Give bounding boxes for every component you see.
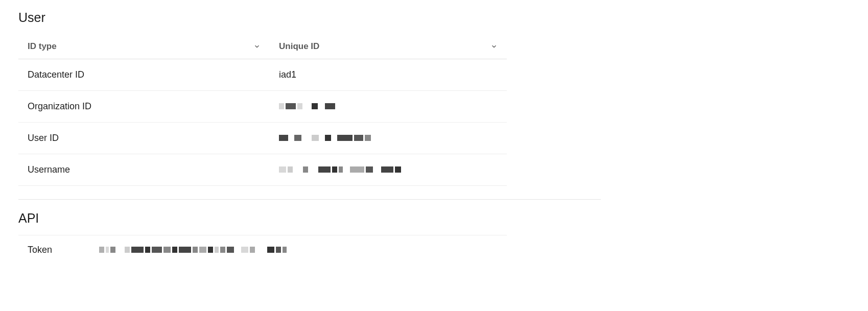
table-row: Datacenter ID iad1 <box>18 59 507 91</box>
api-row-label: Token <box>28 245 99 255</box>
header-unique-id[interactable]: Unique ID <box>270 34 507 59</box>
row-type: Username <box>18 154 270 186</box>
table-row: User ID <box>18 123 507 154</box>
user-table: ID type Unique ID Datacenter ID iad1 <box>18 34 507 186</box>
redacted-value <box>279 103 335 109</box>
header-id-type[interactable]: ID type <box>18 34 270 59</box>
row-value: iad1 <box>270 59 507 91</box>
header-id-type-label: ID type <box>28 41 57 51</box>
redacted-value <box>99 247 287 253</box>
api-section: API Token <box>18 211 601 265</box>
table-row: Username <box>18 154 507 186</box>
row-value-redacted <box>270 91 507 123</box>
row-value-redacted <box>270 154 507 186</box>
row-value-redacted <box>270 123 507 154</box>
row-type: User ID <box>18 123 270 154</box>
api-row-value-redacted <box>99 245 287 255</box>
redacted-value <box>279 135 371 141</box>
user-section: User ID type Unique ID Dat <box>18 10 601 186</box>
header-unique-id-label: Unique ID <box>279 41 319 51</box>
section-divider <box>18 199 601 200</box>
user-section-title: User <box>18 10 601 25</box>
api-section-title: API <box>18 211 601 226</box>
user-table-body: Datacenter ID iad1 Organization ID <box>18 59 507 186</box>
row-type: Organization ID <box>18 91 270 123</box>
chevron-down-icon <box>490 43 498 50</box>
redacted-value <box>279 166 401 173</box>
chevron-down-icon <box>253 43 261 50</box>
table-row: Organization ID <box>18 91 507 123</box>
row-type: Datacenter ID <box>18 59 270 91</box>
api-row: Token <box>18 235 507 265</box>
